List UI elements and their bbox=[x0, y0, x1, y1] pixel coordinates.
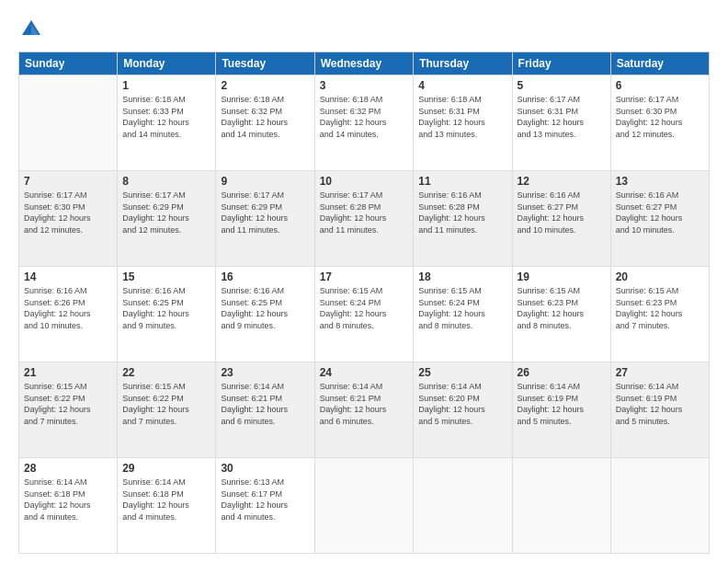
day-number: 6 bbox=[616, 79, 704, 92]
day-cell: 11Sunrise: 6:16 AMSunset: 6:28 PMDayligh… bbox=[414, 171, 512, 267]
day-cell: 7Sunrise: 6:17 AMSunset: 6:30 PMDaylight… bbox=[19, 171, 118, 267]
day-info: Sunrise: 6:18 AMSunset: 6:32 PMDaylight:… bbox=[221, 94, 309, 140]
day-number: 14 bbox=[24, 270, 112, 283]
day-info: Sunrise: 6:14 AMSunset: 6:19 PMDaylight:… bbox=[518, 381, 606, 427]
week-row-3: 14Sunrise: 6:16 AMSunset: 6:26 PMDayligh… bbox=[19, 267, 710, 362]
day-info: Sunrise: 6:16 AMSunset: 6:25 PMDaylight:… bbox=[122, 285, 210, 331]
day-cell: 3Sunrise: 6:18 AMSunset: 6:32 PMDaylight… bbox=[314, 75, 414, 171]
logo bbox=[18, 17, 46, 42]
day-number: 10 bbox=[320, 175, 409, 188]
day-cell: 20Sunrise: 6:15 AMSunset: 6:23 PMDayligh… bbox=[610, 267, 709, 362]
day-info: Sunrise: 6:17 AMSunset: 6:30 PMDaylight:… bbox=[24, 190, 112, 236]
day-cell: 16Sunrise: 6:16 AMSunset: 6:25 PMDayligh… bbox=[216, 267, 314, 362]
page: SundayMondayTuesdayWednesdayThursdayFrid… bbox=[0, 0, 728, 563]
day-info: Sunrise: 6:18 AMSunset: 6:31 PMDaylight:… bbox=[418, 94, 506, 140]
day-info: Sunrise: 6:17 AMSunset: 6:31 PMDaylight:… bbox=[518, 94, 606, 140]
day-number: 9 bbox=[221, 175, 309, 188]
day-info: Sunrise: 6:16 AMSunset: 6:28 PMDaylight:… bbox=[418, 190, 506, 236]
week-row-4: 21Sunrise: 6:15 AMSunset: 6:22 PMDayligh… bbox=[19, 362, 710, 458]
day-number: 5 bbox=[518, 79, 606, 92]
weekday-friday: Friday bbox=[512, 52, 610, 75]
day-cell: 18Sunrise: 6:15 AMSunset: 6:24 PMDayligh… bbox=[414, 267, 512, 362]
calendar: SundayMondayTuesdayWednesdayThursdayFrid… bbox=[18, 52, 710, 554]
day-info: Sunrise: 6:14 AMSunset: 6:18 PMDaylight:… bbox=[24, 477, 112, 523]
day-number: 3 bbox=[320, 79, 409, 92]
day-number: 27 bbox=[616, 366, 704, 379]
day-cell: 12Sunrise: 6:16 AMSunset: 6:27 PMDayligh… bbox=[512, 171, 610, 267]
day-info: Sunrise: 6:18 AMSunset: 6:33 PMDaylight:… bbox=[122, 94, 210, 140]
day-cell: 14Sunrise: 6:16 AMSunset: 6:26 PMDayligh… bbox=[19, 267, 118, 362]
day-cell: 26Sunrise: 6:14 AMSunset: 6:19 PMDayligh… bbox=[512, 362, 610, 458]
header bbox=[18, 17, 710, 42]
day-info: Sunrise: 6:16 AMSunset: 6:26 PMDaylight:… bbox=[24, 285, 112, 331]
day-number: 11 bbox=[418, 175, 506, 188]
day-cell: 6Sunrise: 6:17 AMSunset: 6:30 PMDaylight… bbox=[610, 75, 709, 171]
day-number: 15 bbox=[122, 270, 210, 283]
day-info: Sunrise: 6:15 AMSunset: 6:23 PMDaylight:… bbox=[616, 285, 704, 331]
day-cell: 30Sunrise: 6:13 AMSunset: 6:17 PMDayligh… bbox=[216, 458, 314, 554]
day-info: Sunrise: 6:14 AMSunset: 6:21 PMDaylight:… bbox=[221, 381, 309, 427]
day-number: 19 bbox=[518, 270, 606, 283]
day-number: 24 bbox=[320, 366, 409, 379]
day-info: Sunrise: 6:15 AMSunset: 6:22 PMDaylight:… bbox=[24, 381, 112, 427]
day-number: 12 bbox=[518, 175, 606, 188]
day-cell: 9Sunrise: 6:17 AMSunset: 6:29 PMDaylight… bbox=[216, 171, 314, 267]
day-info: Sunrise: 6:15 AMSunset: 6:24 PMDaylight:… bbox=[320, 285, 409, 331]
day-cell: 17Sunrise: 6:15 AMSunset: 6:24 PMDayligh… bbox=[314, 267, 414, 362]
day-cell bbox=[19, 75, 118, 171]
day-info: Sunrise: 6:15 AMSunset: 6:23 PMDaylight:… bbox=[518, 285, 606, 331]
day-cell bbox=[314, 458, 414, 554]
day-cell bbox=[512, 458, 610, 554]
day-cell: 25Sunrise: 6:14 AMSunset: 6:20 PMDayligh… bbox=[414, 362, 512, 458]
day-cell: 29Sunrise: 6:14 AMSunset: 6:18 PMDayligh… bbox=[118, 458, 216, 554]
day-info: Sunrise: 6:17 AMSunset: 6:29 PMDaylight:… bbox=[122, 190, 210, 236]
day-cell: 28Sunrise: 6:14 AMSunset: 6:18 PMDayligh… bbox=[19, 458, 118, 554]
day-number: 16 bbox=[221, 270, 309, 283]
day-cell: 19Sunrise: 6:15 AMSunset: 6:23 PMDayligh… bbox=[512, 267, 610, 362]
day-number: 7 bbox=[24, 175, 112, 188]
day-number: 26 bbox=[518, 366, 606, 379]
weekday-thursday: Thursday bbox=[414, 52, 512, 75]
day-number: 21 bbox=[24, 366, 112, 379]
weekday-saturday: Saturday bbox=[610, 52, 709, 75]
weekday-monday: Monday bbox=[118, 52, 216, 75]
day-number: 20 bbox=[616, 270, 704, 283]
weekday-header-row: SundayMondayTuesdayWednesdayThursdayFrid… bbox=[19, 52, 710, 75]
day-cell: 4Sunrise: 6:18 AMSunset: 6:31 PMDaylight… bbox=[414, 75, 512, 171]
day-number: 13 bbox=[616, 175, 704, 188]
day-cell: 23Sunrise: 6:14 AMSunset: 6:21 PMDayligh… bbox=[216, 362, 314, 458]
day-cell: 5Sunrise: 6:17 AMSunset: 6:31 PMDaylight… bbox=[512, 75, 610, 171]
day-cell: 21Sunrise: 6:15 AMSunset: 6:22 PMDayligh… bbox=[19, 362, 118, 458]
day-info: Sunrise: 6:17 AMSunset: 6:29 PMDaylight:… bbox=[221, 190, 309, 236]
day-number: 29 bbox=[122, 462, 210, 475]
weekday-wednesday: Wednesday bbox=[314, 52, 414, 75]
weekday-tuesday: Tuesday bbox=[216, 52, 314, 75]
day-info: Sunrise: 6:14 AMSunset: 6:19 PMDaylight:… bbox=[616, 381, 704, 427]
day-number: 23 bbox=[221, 366, 309, 379]
day-cell: 15Sunrise: 6:16 AMSunset: 6:25 PMDayligh… bbox=[118, 267, 216, 362]
day-number: 2 bbox=[221, 79, 309, 92]
day-number: 4 bbox=[418, 79, 506, 92]
day-cell: 22Sunrise: 6:15 AMSunset: 6:22 PMDayligh… bbox=[118, 362, 216, 458]
day-cell: 13Sunrise: 6:16 AMSunset: 6:27 PMDayligh… bbox=[610, 171, 709, 267]
day-cell: 8Sunrise: 6:17 AMSunset: 6:29 PMDaylight… bbox=[118, 171, 216, 267]
day-number: 25 bbox=[418, 366, 506, 379]
week-row-5: 28Sunrise: 6:14 AMSunset: 6:18 PMDayligh… bbox=[19, 458, 710, 554]
week-row-2: 7Sunrise: 6:17 AMSunset: 6:30 PMDaylight… bbox=[19, 171, 710, 267]
day-number: 28 bbox=[24, 462, 112, 475]
day-cell bbox=[414, 458, 512, 554]
logo-icon bbox=[18, 17, 44, 42]
weekday-sunday: Sunday bbox=[19, 52, 118, 75]
day-info: Sunrise: 6:17 AMSunset: 6:30 PMDaylight:… bbox=[616, 94, 704, 140]
day-info: Sunrise: 6:15 AMSunset: 6:24 PMDaylight:… bbox=[418, 285, 506, 331]
day-number: 17 bbox=[320, 270, 409, 283]
day-info: Sunrise: 6:18 AMSunset: 6:32 PMDaylight:… bbox=[320, 94, 409, 140]
day-number: 30 bbox=[221, 462, 309, 475]
day-info: Sunrise: 6:13 AMSunset: 6:17 PMDaylight:… bbox=[221, 477, 309, 523]
day-info: Sunrise: 6:14 AMSunset: 6:20 PMDaylight:… bbox=[418, 381, 506, 427]
week-row-1: 1Sunrise: 6:18 AMSunset: 6:33 PMDaylight… bbox=[19, 75, 710, 171]
day-number: 1 bbox=[122, 79, 210, 92]
day-cell bbox=[610, 458, 709, 554]
day-cell: 10Sunrise: 6:17 AMSunset: 6:28 PMDayligh… bbox=[314, 171, 414, 267]
day-info: Sunrise: 6:17 AMSunset: 6:28 PMDaylight:… bbox=[320, 190, 409, 236]
